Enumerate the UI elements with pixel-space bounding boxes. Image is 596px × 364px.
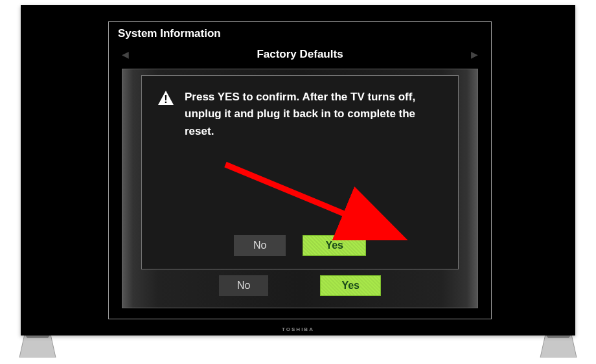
yes-button-back[interactable]: Yes bbox=[320, 275, 381, 296]
tv-brand-label: TOSHIBA bbox=[282, 326, 314, 332]
yes-button[interactable]: Yes bbox=[303, 235, 366, 256]
no-button[interactable]: No bbox=[234, 235, 286, 256]
no-button-back[interactable]: No bbox=[219, 275, 268, 296]
menu-title: System Information bbox=[109, 22, 491, 45]
tv-stand-right bbox=[539, 334, 578, 358]
nav-left-icon[interactable]: ◀ bbox=[122, 49, 129, 60]
warning-icon: ! bbox=[157, 90, 174, 108]
dialog-buttons-row: No Yes bbox=[142, 235, 458, 256]
svg-text:!: ! bbox=[164, 94, 167, 105]
dialog-message: Press YES to confirm. After the TV turns… bbox=[185, 89, 442, 140]
nav-right-icon[interactable]: ▶ bbox=[471, 49, 478, 60]
tv-frame: System Information ◀ Factory Defaults ▶ … bbox=[21, 5, 575, 336]
menu-subtitle: Factory Defaults bbox=[257, 48, 343, 61]
system-menu-window: System Information ◀ Factory Defaults ▶ … bbox=[108, 21, 492, 319]
tv-stand-left bbox=[18, 334, 57, 358]
tv-screen: System Information ◀ Factory Defaults ▶ … bbox=[23, 7, 573, 322]
confirm-dialog: ! Press YES to confirm. After the TV tur… bbox=[141, 75, 459, 269]
background-buttons-row: No Yes bbox=[122, 275, 477, 296]
menu-subtitle-row: ◀ Factory Defaults ▶ bbox=[109, 45, 491, 66]
